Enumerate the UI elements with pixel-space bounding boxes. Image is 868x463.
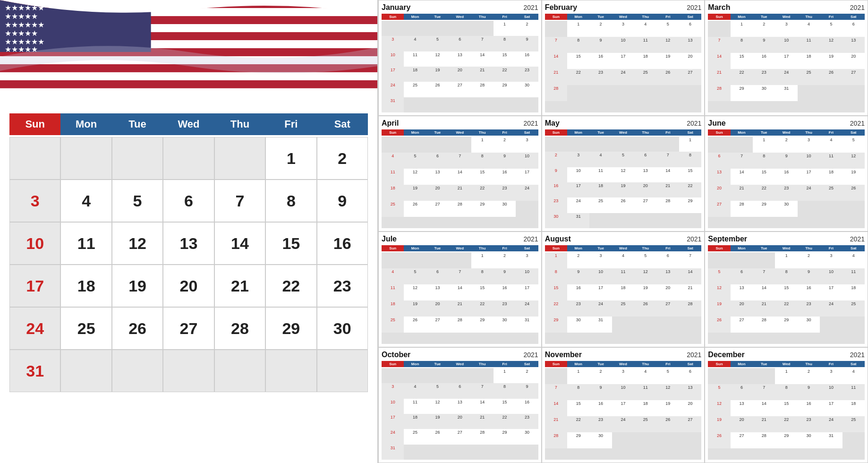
mini-cell [589, 137, 612, 152]
mini-year: 2021 [850, 120, 865, 127]
mini-cell: 19 [820, 53, 842, 69]
mini-cell: 20 [426, 300, 449, 317]
mini-cell [731, 137, 753, 153]
mini-cell: 26 [708, 317, 730, 333]
mini-day-header: Thu [798, 245, 820, 251]
mini-day-header: Mon [731, 129, 753, 136]
mini-day-header: Wed [775, 245, 797, 251]
mini-calendar: June2021SunMonTueWedThuFriSat12345678910… [705, 116, 868, 232]
mini-cell: 26 [657, 416, 679, 432]
mini-cell: 27 [449, 82, 471, 97]
mini-day-header: Sat [516, 129, 538, 136]
mini-day-header: Tue [426, 129, 449, 136]
mini-cal-header: Jule2021 [382, 235, 538, 243]
mini-day-headers: SunMonTueWedThuFriSat [545, 129, 702, 136]
mini-cell: 4 [404, 383, 426, 398]
mini-cell: 25 [842, 416, 865, 432]
mini-cell: 31 [775, 85, 797, 101]
mini-day-header: Fri [494, 129, 516, 136]
mini-cell: 25 [820, 185, 842, 201]
mini-cell [449, 137, 471, 153]
mini-day-header: Wed [612, 245, 634, 251]
mini-grid: 1234567891011121314151617181920212223242… [545, 252, 702, 344]
mini-cell [516, 97, 538, 112]
mini-day-header: Sat [842, 361, 865, 367]
mini-cell: 29 [567, 432, 589, 448]
mini-cell: 19 [708, 416, 730, 432]
mini-cell: 13 [426, 284, 449, 300]
mini-calendar: May2021SunMonTueWedThuFriSat123456789101… [542, 116, 705, 232]
mini-cell: 23 [494, 185, 516, 201]
mini-cell [449, 217, 471, 228]
mini-day-header: Mon [404, 129, 426, 136]
table-row: 30 [317, 307, 368, 350]
mini-cell [842, 317, 865, 333]
mini-cell: 6 [708, 153, 730, 169]
mini-cell: 14 [708, 53, 730, 69]
mini-day-header: Sun [545, 129, 567, 136]
mini-cell [679, 101, 701, 112]
mini-cell [404, 137, 426, 153]
mini-cell: 15 [753, 169, 775, 185]
mini-cell: 19 [426, 67, 449, 82]
left-panel: ★★★★★★ ★★★★★ ★★★★★★ ★★★★★ ★★★★★★ ★★★★★ S… [0, 0, 378, 463]
mini-cell: 31 [382, 97, 404, 112]
mini-day-header: Fri [494, 245, 516, 251]
mini-cell: 3 [516, 137, 538, 153]
mini-cell: 16 [753, 53, 775, 69]
mini-day-header: Fri [657, 361, 679, 367]
mini-cell: 15 [775, 400, 797, 416]
mini-cell: 25 [382, 317, 404, 333]
mini-day-header: Fri [820, 361, 842, 367]
mini-cell: 3 [612, 368, 634, 384]
mini-cell [404, 252, 426, 268]
mini-day-headers: SunMonTueWedThuFriSat [708, 361, 865, 367]
mini-cell: 10 [567, 167, 589, 182]
mini-cell: 25 [842, 300, 865, 317]
right-panel: January2021SunMonTueWedThuFriSat12345678… [378, 0, 868, 463]
mini-cell: 27 [657, 300, 679, 317]
mini-month-name: April [382, 119, 399, 128]
mini-day-header: Tue [753, 361, 775, 367]
mini-day-header: Mon [567, 14, 589, 20]
mini-cell: 14 [471, 51, 494, 67]
mini-day-header: Sat [679, 245, 701, 251]
mini-cell: 17 [382, 414, 404, 429]
mini-cell: 6 [842, 21, 865, 37]
mini-day-headers: SunMonTueWedThuFriSat [545, 361, 702, 367]
mini-cell [798, 201, 820, 217]
mini-day-headers: SunMonTueWedThuFriSat [545, 14, 702, 20]
table-row: 10 [9, 222, 60, 265]
mini-cell: 8 [775, 268, 797, 284]
mini-day-header: Mon [731, 14, 753, 20]
mini-cell: 28 [753, 317, 775, 333]
mini-cell: 26 [404, 201, 426, 217]
mini-cell: 13 [708, 169, 730, 185]
mini-cell: 19 [708, 300, 730, 317]
mini-cell [382, 137, 404, 153]
mini-cell: 18 [634, 400, 656, 416]
mini-cell: 18 [382, 300, 404, 317]
mini-cell [426, 217, 449, 228]
mini-cell: 25 [404, 429, 426, 444]
mini-cell: 18 [382, 185, 404, 201]
mini-cell: 12 [842, 153, 865, 169]
mini-cell: 31 [382, 445, 404, 460]
mini-cell [404, 368, 426, 383]
header-mon: Mon [60, 113, 111, 135]
mini-day-header: Tue [589, 14, 612, 20]
mini-cell: 5 [634, 252, 656, 268]
mini-cell: 1 [545, 252, 567, 268]
mini-cell [657, 85, 679, 101]
mini-cell: 7 [449, 153, 471, 169]
mini-cell: 22 [731, 69, 753, 85]
mini-cell [634, 137, 656, 152]
mini-cell: 3 [567, 152, 589, 167]
mini-cell [657, 137, 679, 152]
mini-cell: 18 [404, 414, 426, 429]
table-row: 27 [163, 307, 214, 350]
mini-cell: 27 [426, 201, 449, 217]
mini-cell: 1 [471, 137, 494, 153]
mini-cell [657, 432, 679, 448]
mini-cell: 28 [471, 82, 494, 97]
